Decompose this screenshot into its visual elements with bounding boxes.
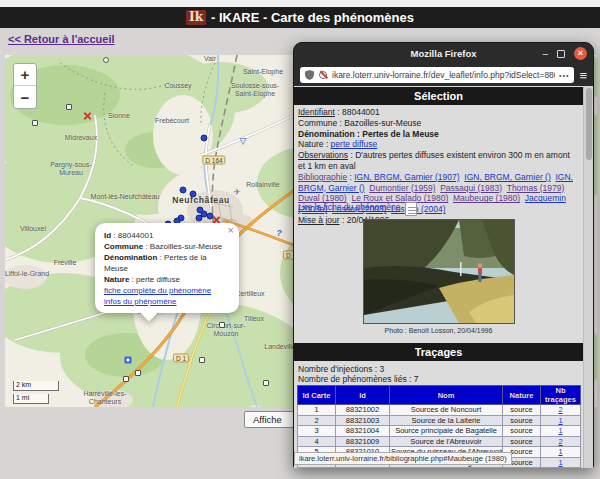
linked-count: Nombre de phénomènes liés : 7	[298, 374, 419, 384]
url-overflow-icon: •••	[559, 72, 569, 79]
tracage-count-link[interactable]: 1	[558, 426, 562, 435]
firefox-titlebar[interactable]: Mozilla Firefox – ×	[294, 43, 593, 64]
square-marker[interactable]	[263, 380, 269, 386]
url-text: ikare.loterr.univ-lorraine.fr/dev_leafle…	[332, 70, 555, 80]
bibliography-link[interactable]: Passaqui (1983)	[440, 183, 502, 193]
ikare-logo: Ik	[186, 10, 206, 25]
table-header: Id	[336, 386, 390, 405]
map-popup: × Id : 88044001 Commune : Bazoilles-sur-…	[95, 223, 239, 313]
fiche-link[interactable]: Lire la fiche du phénomène	[298, 202, 401, 212]
table-row: source1	[298, 468, 581, 469]
square-marker[interactable]	[66, 104, 72, 110]
triangle-marker[interactable]: ▽	[240, 137, 247, 146]
tracages-header: Traçages	[294, 343, 583, 361]
square-marker[interactable]	[199, 357, 205, 363]
desktop: Ik - IKARE - Carte des phénomènes << Ret…	[0, 0, 600, 479]
scale-bar-km: 2 km	[13, 381, 59, 391]
url-bar[interactable]: ikare.loterr.univ-lorraine.fr/dev_leafle…	[300, 67, 574, 83]
cross-marker[interactable]	[83, 112, 92, 121]
plane-marker[interactable]: ✈	[233, 188, 241, 197]
selection-header: Sélection	[294, 87, 583, 105]
firefox-window: Mozilla Firefox – × ikare.loterr.univ-lo…	[293, 42, 594, 468]
page-title: - IKARE - Carte des phénomènes	[211, 10, 414, 25]
popup-denomination-line: Dénomination : Pertes de la Meuse	[104, 252, 230, 274]
firefox-content: Sélection Identifiant : 88044001 Commune…	[294, 86, 593, 468]
firefox-toolbar: ikare.loterr.univ-lorraine.fr/dev_leafle…	[294, 64, 593, 86]
photo-caption: Photo : Benoît Losson, 20/04/1996	[294, 327, 583, 334]
popup-close-icon[interactable]: ×	[228, 225, 234, 236]
phenomenon-marker[interactable]	[196, 215, 203, 222]
top-strip	[0, 0, 600, 7]
tracage-count-link[interactable]: 1	[558, 447, 562, 456]
bibliography-link[interactable]: Thomas (1979)	[507, 183, 565, 193]
tracage-count-link[interactable]: 2	[558, 437, 562, 446]
injections-count: Nombre d'injections : 3	[298, 364, 384, 374]
window-title: Mozilla Firefox	[411, 48, 477, 59]
road-label: D 1	[173, 354, 189, 363]
table-row: 288321003Source de la Laiteriesource1	[298, 415, 581, 426]
nature-link[interactable]: perte diffuse	[331, 139, 378, 149]
table-row: 488321009Source de l'Abreuvoirsource2	[298, 436, 581, 447]
bibliography-link[interactable]: Maubeuge (1980)	[453, 193, 520, 203]
shield-icon	[305, 70, 314, 80]
bibliography-link[interactable]: Dumontier (1959)	[369, 183, 435, 193]
tracage-count-link[interactable]: 2	[558, 405, 562, 414]
square-marker[interactable]	[32, 120, 38, 126]
table-header: Nature	[503, 386, 541, 405]
map-zoom-control: + −	[13, 63, 37, 109]
tracage-count-link[interactable]: 1	[558, 416, 562, 425]
table-header: Nom	[390, 386, 503, 405]
scrollbar-thumb[interactable]	[586, 88, 592, 160]
popup-nature-line: Nature : perte diffuse	[104, 274, 230, 285]
back-home-link[interactable]: << Retour à l'accueil	[8, 33, 115, 45]
phenomenon-marker[interactable]	[190, 191, 197, 198]
menu-icon[interactable]: ≡	[579, 69, 587, 82]
selected-square-marker[interactable]	[125, 357, 132, 364]
square-marker[interactable]	[135, 370, 141, 376]
phenomenon-marker[interactable]	[201, 135, 208, 142]
popup-fiche-link[interactable]: fiche complète du phénomène	[104, 286, 211, 295]
table-header: Nb traçages	[541, 386, 581, 405]
status-bar: ikare.loterr.univ-lorraine.fr/bibliograp…	[294, 452, 512, 465]
document-icon[interactable]	[405, 202, 417, 216]
phenomenon-marker[interactable]	[180, 187, 187, 194]
maximize-icon[interactable]	[557, 50, 565, 58]
square-marker[interactable]	[123, 376, 129, 382]
square-marker[interactable]	[219, 322, 225, 328]
scrollbar[interactable]	[583, 86, 593, 468]
road-label: D 164	[202, 156, 225, 165]
question-marker[interactable]: ?	[276, 229, 282, 238]
table-row: 388321004Source principale de Bagatelles…	[298, 426, 581, 437]
tracage-count-link[interactable]: 1	[558, 458, 562, 467]
app-header: Ik - IKARE - Carte des phénomènes	[0, 7, 600, 28]
scale-bar-mi: 1 mi	[13, 394, 49, 404]
zoom-out-button[interactable]: −	[14, 86, 36, 108]
popup-commune-line: Commune : Bazoilles-sur-Meuse	[104, 241, 230, 252]
tracker-blocked-icon	[318, 70, 328, 80]
bibliography-link[interactable]: IGN, BRGM, Garnier (1907)	[354, 172, 459, 182]
close-icon[interactable]: ×	[574, 47, 587, 60]
table-row: 188321002Sources de Noncourtsource2	[298, 405, 581, 416]
popup-id-line: Id : 88044001	[104, 230, 230, 241]
circle-marker[interactable]	[103, 57, 109, 63]
zoom-in-button[interactable]: +	[14, 64, 36, 86]
popup-infos-link[interactable]: infos du phénomène	[104, 297, 177, 306]
bibliography-link[interactable]: IGN, BRGM, Garnier ()	[464, 172, 550, 182]
minimize-icon[interactable]: –	[542, 49, 548, 59]
phenomenon-photo	[363, 219, 515, 324]
table-header: Id Carte	[298, 386, 336, 405]
